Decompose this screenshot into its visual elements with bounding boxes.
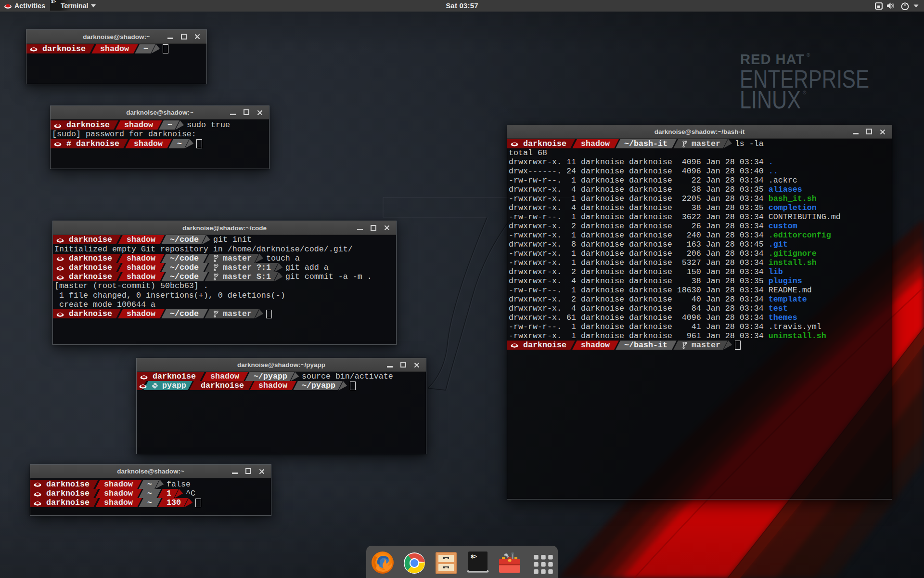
svg-text:LINUX: LINUX	[740, 86, 801, 114]
svg-text:®: ®	[803, 90, 807, 95]
svg-text:ENTERPRISE: ENTERPRISE	[740, 66, 869, 93]
svg-text:$>: $>	[471, 554, 477, 560]
svg-text:RED HAT: RED HAT	[740, 51, 805, 67]
svg-text:®: ®	[807, 53, 810, 58]
